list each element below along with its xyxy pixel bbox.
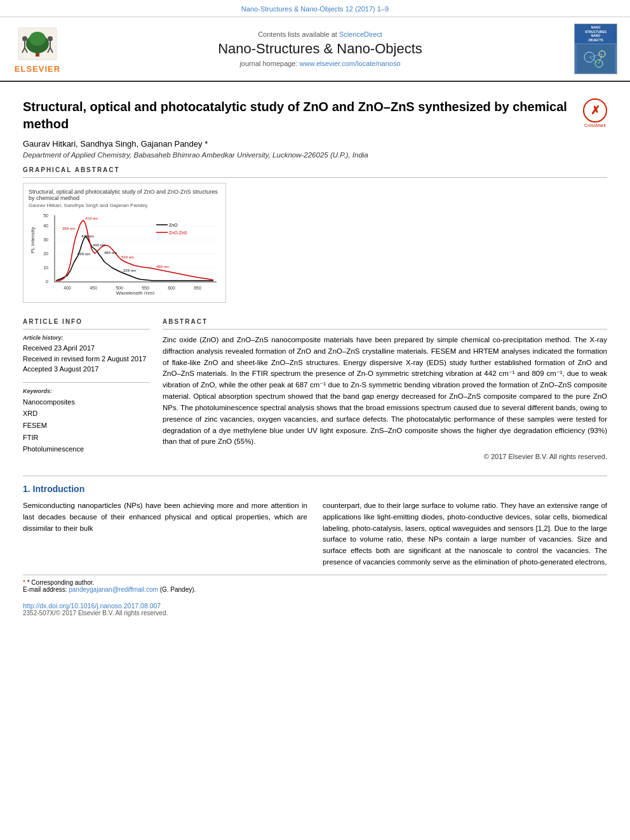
article-info-column: ARTICLE INFO Article history: Received 2… <box>23 312 150 463</box>
elsevier-tree-icon <box>15 25 60 63</box>
svg-text:Wavelength (nm): Wavelength (nm) <box>116 290 155 295</box>
keywords-section: Keywords: Nanocomposites XRD FESEM FTIR … <box>23 388 150 455</box>
svg-text:600: 600 <box>168 286 175 290</box>
graphical-abstract-box: Structural, optical and photocatalytic s… <box>23 183 226 303</box>
svg-text:ZnO: ZnO <box>169 223 178 227</box>
divider-keywords <box>23 382 150 383</box>
article-info-abstract-row: ARTICLE INFO Article history: Received 2… <box>23 312 607 463</box>
graphical-abstract-label: GRAPHICAL ABSTRACT <box>23 166 607 173</box>
footnote-email-line: E-mail address: pandeygajanan@rediffmail… <box>23 586 607 593</box>
svg-text:529 nm: 529 nm <box>121 255 134 259</box>
divider-abstract <box>163 329 607 330</box>
svg-text:289 nm: 289 nm <box>62 227 75 230</box>
footnote-email-link[interactable]: pandeygajanan@rediffmail.com <box>69 586 158 593</box>
keyword-1: Nanocomposites <box>23 396 150 408</box>
issn-text: 2352-507X/© 2017 Elsevier B.V. All right… <box>23 610 607 617</box>
abstract-column: ABSTRACT Zinc oxide (ZnO) and ZnO–ZnS na… <box>163 312 607 463</box>
footnote-section: * * Corresponding author. E-mail address… <box>23 575 607 593</box>
article-history: Article history: Received 23 April 2017 … <box>23 335 150 375</box>
article-history-label: Article history: <box>23 335 150 341</box>
svg-text:356 nm: 356 nm <box>77 252 90 256</box>
journal-title: Nano-Structures & Nano-Objects <box>74 41 566 57</box>
ga-authors: Gaurav Hitkari, Sandhya Singh and Gajana… <box>29 203 220 208</box>
sciencedirect-line: Contents lists available at ScienceDirec… <box>74 30 566 38</box>
svg-text:419 nm: 419 nm <box>85 217 98 220</box>
received-revised-date: Received in revised form 2 August 2017 <box>23 354 150 364</box>
keyword-3: FESEM <box>23 420 150 432</box>
svg-text:450: 450 <box>90 286 97 290</box>
main-content: Structural, optical and photocatalytic s… <box>0 82 630 627</box>
journal-homepage-line: journal homepage: www.elsevier.com/locat… <box>74 60 566 67</box>
svg-point-8 <box>48 36 53 41</box>
journal-ref-link[interactable]: Nano-Structures & Nano-Objects 12 (2017)… <box>241 5 389 13</box>
cover-graphic <box>577 44 615 73</box>
svg-text:30: 30 <box>43 237 48 242</box>
copyright: © 2017 Elsevier B.V. All rights reserved… <box>163 453 607 460</box>
svg-text:490 nm: 490 nm <box>156 265 169 269</box>
affiliation: Department of Applied Chemistry, Babasah… <box>23 151 607 159</box>
svg-text:500: 500 <box>116 286 123 290</box>
crossmark[interactable]: ✗ CrossMark <box>583 98 607 128</box>
ga-title: Structural, optical and photocatalytic s… <box>29 189 220 201</box>
top-bar: Nano-Structures & Nano-Objects 12 (2017)… <box>0 0 630 17</box>
svg-text:10: 10 <box>43 265 48 270</box>
keyword-5: Photoluminescence <box>23 443 150 455</box>
bottom-links: http://dx.doi.org/10.1016/j.nanoso.2017.… <box>23 602 607 617</box>
svg-text:440 nm: 440 nm <box>93 243 105 247</box>
authors: Gaurav Hitkari, Sandhya Singh, Gajanan P… <box>23 139 607 149</box>
intro-col-1: Semiconducting nanoparticles (NPs) have … <box>23 500 307 568</box>
svg-text:50: 50 <box>43 213 48 218</box>
svg-text:PL Intensity: PL Intensity <box>30 227 36 253</box>
svg-text:400: 400 <box>64 286 71 290</box>
received-date: Received 23 April 2017 <box>23 343 150 354</box>
elsevier-logo: ELSEVIER <box>9 25 66 74</box>
svg-text:40: 40 <box>43 223 48 228</box>
abstract-label: ABSTRACT <box>163 318 607 325</box>
footnote-star: * <box>23 579 25 586</box>
intro-heading: 1. Introduction <box>23 484 607 494</box>
svg-text:0: 0 <box>46 279 48 284</box>
keyword-2: XRD <box>23 408 150 420</box>
keyword-4: FTIR <box>23 432 150 444</box>
intro-two-col: Semiconducting nanoparticles (NPs) have … <box>23 500 607 568</box>
doi-link[interactable]: http://dx.doi.org/10.1016/j.nanoso.2017.… <box>23 602 161 610</box>
journal-homepage-link[interactable]: www.elsevier.com/locate/nanoso <box>300 60 401 67</box>
journal-center: Contents lists available at ScienceDirec… <box>74 30 566 67</box>
journal-cover-image: NANOSTRUCTURESNANOOBJECTS <box>574 23 617 74</box>
introduction-section: 1. Introduction Semiconducting nanoparti… <box>23 476 607 568</box>
pl-chart: PL Intensity 0 10 20 30 40 50 400 450 50… <box>29 212 220 295</box>
intro-col-2: counterpart, due to their large surface … <box>323 500 607 568</box>
keywords-label: Keywords: <box>23 388 150 394</box>
svg-rect-12 <box>577 44 615 73</box>
svg-text:484 nm: 484 nm <box>104 251 117 255</box>
svg-point-4 <box>22 36 27 41</box>
footnote-corresponding: * * Corresponding author. <box>23 579 607 586</box>
divider-graphical <box>23 177 607 178</box>
svg-text:550: 550 <box>142 286 149 290</box>
accepted-date: Accepted 3 August 2017 <box>23 364 150 375</box>
svg-text:ZnO-ZnS: ZnO-ZnS <box>169 230 187 235</box>
journal-header: ELSEVIER Contents lists available at Sci… <box>0 17 630 82</box>
svg-text:229 nm: 229 nm <box>123 269 136 272</box>
abstract-text: Zinc oxide (ZnO) and ZnO–ZnS nanocomposi… <box>163 335 607 448</box>
svg-point-3 <box>29 32 46 46</box>
elsevier-brand-label: ELSEVIER <box>15 64 60 74</box>
svg-text:650: 650 <box>194 286 201 290</box>
divider-info <box>23 329 150 330</box>
keywords-list: Nanocomposites XRD FESEM FTIR Photolumin… <box>23 396 150 455</box>
article-title: Structural, optical and photocatalytic s… <box>23 98 573 133</box>
article-info-label: ARTICLE INFO <box>23 318 150 325</box>
article-title-section: Structural, optical and photocatalytic s… <box>23 98 607 133</box>
sciencedirect-link[interactable]: ScienceDirect <box>339 30 382 38</box>
svg-text:20: 20 <box>43 251 48 256</box>
